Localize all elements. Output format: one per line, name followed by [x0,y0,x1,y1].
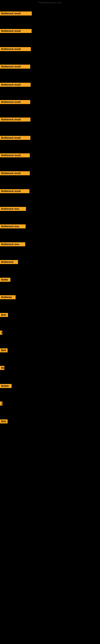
bottleneck-label: Bottleneck resu [0,242,25,246]
bottleneck-label: Bottlenec [0,295,16,299]
bottleneck-label: | [0,402,2,406]
bottleneck-label: Bottleneck result [0,136,30,140]
bottleneck-label: Bo [0,366,4,370]
bottleneck-label: Bottleneck result [0,171,30,175]
bottleneck-label: Bottleneck result [0,47,31,51]
bottleneck-label: Bottler [0,384,12,388]
bottleneck-label: Bottle [0,278,10,282]
bottleneck-label: Bottleneck result [0,29,32,33]
bottleneck-label: Bottleneck result [0,153,30,158]
bottleneck-label: Bott [0,313,8,317]
site-title: TheBottlenecker.com [38,1,62,4]
bottleneck-label: Bottleneck resu [0,224,26,228]
bottleneck-label: B [0,331,2,335]
bottleneck-label: Bottleneck result [0,64,30,69]
bottleneck-label: Bottleneck result [0,83,31,87]
bottleneck-label: Bottleneck result [0,118,30,122]
bottleneck-label: Bottleneck result [0,100,30,104]
bottleneck-label: Bottleneck result [0,12,32,16]
bottleneck-label: Bott [0,420,8,424]
bottleneck-label: Bott [0,348,8,352]
bottleneck-label: Bottleneck [0,260,18,264]
bottleneck-label: Bottleneck result [0,189,29,193]
bottleneck-label: Bottleneck resu [0,207,26,211]
